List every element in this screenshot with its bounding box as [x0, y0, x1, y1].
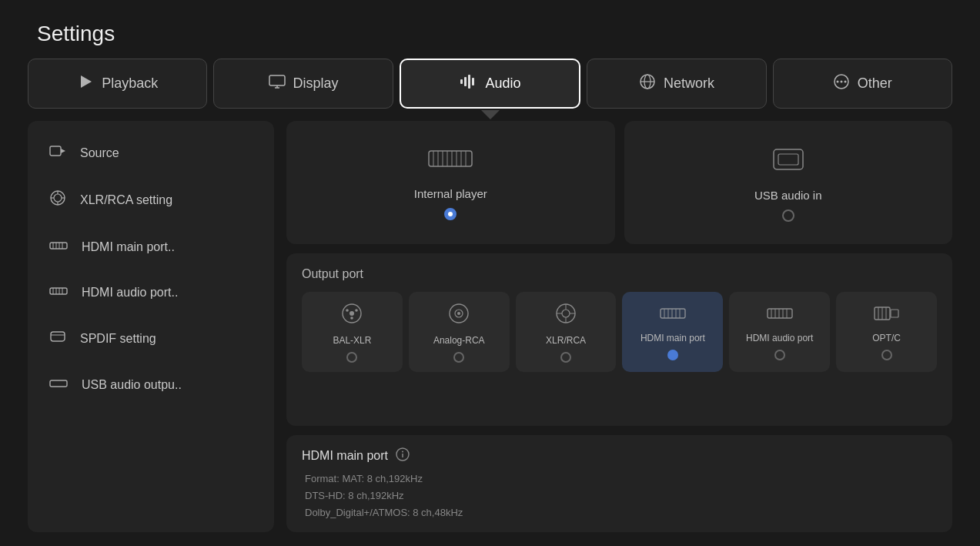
output-ports: BAL-XLR Analog-RCA: [302, 292, 937, 372]
hdmi-main-icon: [49, 238, 68, 256]
svg-rect-4: [460, 79, 463, 84]
svg-point-18: [54, 194, 62, 202]
port-xlr-rca[interactable]: XLR/RCA: [516, 292, 617, 372]
sidebar-item-xlr-rca[interactable]: XLR/RCA setting: [28, 176, 274, 224]
usb-audio-icon: [49, 376, 68, 394]
port-hdmi-audio[interactable]: HDMI audio port: [729, 292, 830, 372]
usb-audio-in-label: USB audio in: [754, 189, 822, 202]
internal-player-label: Internal player: [414, 187, 487, 200]
opt-c-label: OPT/C: [872, 333, 901, 343]
xlr-rca-port-icon: [555, 303, 577, 329]
sidebar-item-source[interactable]: Source: [28, 130, 274, 176]
sidebar-xlr-rca-label: XLR/RCA setting: [80, 193, 172, 207]
opt-c-icon: [874, 305, 900, 327]
source-icon: [49, 144, 66, 162]
svg-marker-16: [61, 149, 65, 153]
tab-network[interactable]: Network: [587, 59, 766, 109]
page-title: Settings: [37, 22, 115, 45]
analog-rca-label: Analog-RCA: [433, 335, 485, 346]
bal-xlr-icon: [341, 303, 363, 329]
svg-point-50: [356, 309, 359, 312]
tab-other-label: Other: [858, 75, 892, 92]
svg-rect-74: [891, 310, 898, 317]
svg-rect-28: [50, 288, 67, 294]
svg-point-14: [844, 81, 846, 83]
source-card-usb-in[interactable]: USB audio in: [624, 121, 953, 244]
info-section: HDMI main port Format: MAT: 8 ch,192kHz …: [286, 435, 952, 532]
playback-icon: [77, 73, 94, 94]
info-title: HDMI main port: [302, 449, 388, 463]
sidebar-item-usb-audio[interactable]: USB audio outpu..: [28, 362, 274, 407]
output-section: Output port BAL-XLR: [286, 253, 952, 426]
analog-rca-icon: [448, 303, 470, 329]
sidebar-usb-audio-label: USB audio outpu..: [82, 378, 182, 392]
svg-rect-46: [778, 154, 798, 165]
network-icon: [639, 73, 656, 94]
svg-rect-6: [468, 75, 470, 89]
analog-rca-radio[interactable]: [453, 352, 464, 363]
tab-playback[interactable]: Playback: [28, 59, 207, 109]
tab-other[interactable]: Other: [773, 59, 952, 109]
display-icon: [269, 75, 286, 92]
port-bal-xlr[interactable]: BAL-XLR: [302, 292, 403, 372]
sidebar-item-hdmi-audio[interactable]: HDMI audio port..: [28, 270, 274, 315]
tab-display[interactable]: Display: [213, 59, 393, 109]
audio-icon: [459, 75, 477, 92]
svg-point-51: [351, 317, 354, 320]
tab-audio[interactable]: Audio: [400, 59, 580, 109]
sidebar-spdif-label: SPDIF setting: [80, 332, 156, 346]
hdmi-main-radio[interactable]: [667, 350, 678, 360]
internal-player-icon: [427, 145, 473, 179]
svg-rect-33: [51, 332, 65, 341]
bal-xlr-label: BAL-XLR: [333, 335, 371, 346]
tab-audio-label: Audio: [485, 75, 520, 92]
svg-point-49: [346, 309, 350, 312]
info-title-row: HDMI main port: [302, 447, 937, 464]
port-hdmi-main[interactable]: HDMI main port: [622, 292, 723, 372]
content-area: Internal player USB audio in Output port: [286, 121, 952, 532]
internal-player-radio[interactable]: [444, 208, 457, 220]
hdmi-audio-radio[interactable]: [774, 350, 785, 360]
usb-audio-in-radio[interactable]: [782, 209, 794, 222]
main-content: Source XLR/RCA setting HDMI main port.. …: [0, 121, 980, 532]
bal-xlr-radio[interactable]: [346, 352, 357, 363]
svg-rect-1: [269, 75, 285, 85]
svg-point-80: [402, 451, 403, 452]
svg-rect-23: [50, 243, 67, 249]
info-details: Format: MAT: 8 ch,192kHz DTS-HD: 8 ch,19…: [302, 471, 937, 521]
svg-marker-0: [81, 75, 92, 88]
output-title: Output port: [302, 267, 937, 281]
svg-point-54: [457, 312, 460, 315]
spdif-icon: [49, 329, 66, 348]
sidebar-item-spdif[interactable]: SPDIF setting: [28, 315, 274, 362]
opt-c-radio[interactable]: [881, 350, 892, 360]
nav-tabs: Playback Display Audio Network Other: [0, 59, 980, 109]
other-icon: [833, 73, 850, 94]
sidebar-item-hdmi-main[interactable]: HDMI main port..: [28, 224, 274, 270]
info-format-line2: DTS-HD: 8 ch,192kHz: [305, 487, 937, 504]
xlr-rca-radio[interactable]: [560, 352, 571, 363]
hdmi-audio-port-label: HDMI audio port: [746, 333, 813, 343]
xlr-rca-icon: [49, 189, 66, 210]
hdmi-audio-port-icon: [767, 305, 793, 327]
hdmi-main-port-label: HDMI main port: [641, 333, 705, 343]
nav-arrow: [481, 110, 500, 119]
tab-network-label: Network: [664, 75, 714, 92]
sidebar-hdmi-audio-label: HDMI audio port..: [82, 286, 178, 300]
svg-rect-5: [464, 77, 467, 86]
sidebar: Source XLR/RCA setting HDMI main port.. …: [28, 121, 274, 532]
tab-display-label: Display: [293, 75, 339, 92]
svg-point-12: [840, 81, 842, 83]
xlr-rca-port-label: XLR/RCA: [546, 335, 586, 346]
source-card-internal[interactable]: Internal player: [286, 121, 615, 244]
info-icon: [396, 447, 410, 464]
usb-audio-in-icon: [769, 143, 808, 181]
hdmi-main-port-icon: [660, 305, 686, 327]
sidebar-source-label: Source: [80, 146, 119, 160]
hdmi-audio-icon: [49, 283, 68, 301]
port-opt-c[interactable]: OPT/C: [836, 292, 937, 372]
header: Settings: [0, 0, 980, 59]
tab-playback-label: Playback: [102, 75, 158, 92]
port-analog-rca[interactable]: Analog-RCA: [409, 292, 510, 372]
info-format-line3: Dolby_Digital+/ATMOS: 8 ch,48kHz: [305, 504, 937, 521]
